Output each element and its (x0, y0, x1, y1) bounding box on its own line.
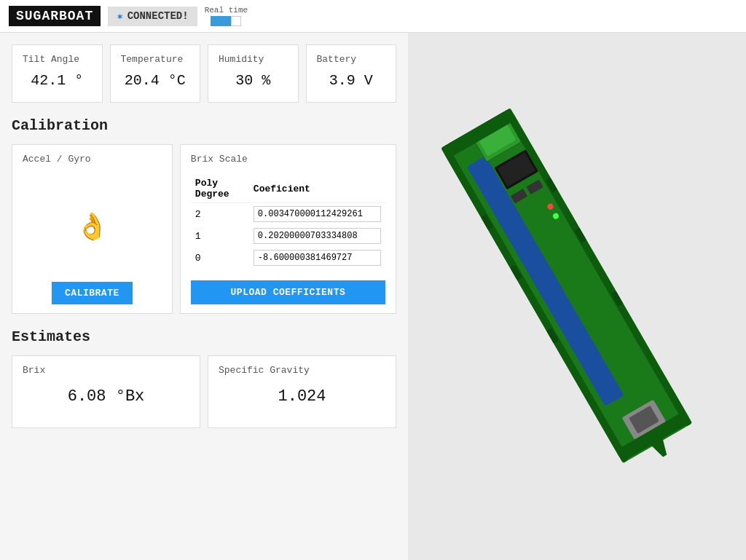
table-row: 2 (191, 203, 385, 226)
coeficient-cell (249, 203, 385, 226)
connection-badge: ∗ CONNECTED! (108, 7, 197, 26)
table-row: 0 (191, 247, 385, 269)
poly-degree-cell: 0 (191, 247, 249, 269)
humidity-card: Humidity 30 % (208, 44, 299, 103)
right-panel (408, 33, 746, 560)
temperature-card: Temperature 20.4 °C (110, 44, 201, 103)
humidity-value: 30 % (219, 72, 288, 89)
sg-estimate-value: 1.024 (219, 387, 385, 406)
realtime-inactive (231, 16, 241, 26)
connection-label: CONNECTED! (127, 10, 189, 22)
poly-degree-cell: 2 (191, 203, 249, 226)
logo: SUGARBOAT (9, 6, 101, 26)
sg-estimate-card: Specific Gravity 1.024 (208, 355, 396, 428)
calibration-title: Calibration (12, 117, 396, 134)
calibrate-button[interactable]: CALIBRATE (52, 282, 133, 304)
battery-value: 3.9 V (317, 72, 386, 89)
tilt-value: 42.1 ° (23, 72, 92, 89)
upload-coefficients-button[interactable]: UPLOAD COEFFICIENTS (191, 280, 385, 304)
poly-degree-cell: 1 (191, 225, 249, 247)
device-3d-view (408, 80, 746, 513)
realtime-bar (211, 16, 241, 26)
left-panel: Tilt Angle 42.1 ° Temperature 20.4 °C Hu… (0, 33, 408, 560)
realtime-indicator: Real time (205, 6, 248, 26)
table-row: 1 (191, 225, 385, 247)
coeficient-input[interactable] (254, 206, 381, 222)
estimates-title: Estimates (12, 328, 396, 345)
coefficients-table: Poly Degree Coeficient 210 (191, 175, 385, 269)
brix-estimate-card: Brix 6.08 °Bx (12, 355, 200, 428)
coeficient-input[interactable] (254, 250, 381, 266)
accel-status-emoji: 👌 (23, 179, 162, 275)
temperature-value: 20.4 °C (121, 72, 190, 89)
tilt-card: Tilt Angle 42.1 ° (12, 44, 103, 103)
col-coeficient: Coeficient (249, 175, 385, 203)
brix-scale-title: Brix Scale (191, 154, 385, 165)
temperature-label: Temperature (121, 54, 190, 65)
battery-label: Battery (317, 54, 386, 65)
estimates-row: Brix 6.08 °Bx Specific Gravity 1.024 (12, 355, 396, 428)
col-poly-degree: Poly Degree (191, 175, 249, 203)
main-content: Tilt Angle 42.1 ° Temperature 20.4 °C Hu… (0, 33, 746, 560)
brix-estimate-value: 6.08 °Bx (23, 387, 189, 406)
sg-estimate-label: Specific Gravity (219, 365, 385, 376)
accel-gyro-title: Accel / Gyro (23, 154, 91, 165)
sensor-row: Tilt Angle 42.1 ° Temperature 20.4 °C Hu… (12, 44, 396, 103)
realtime-label: Real time (205, 6, 248, 15)
coeficient-cell (249, 225, 385, 247)
tilt-label: Tilt Angle (23, 54, 92, 65)
brix-estimate-label: Brix (23, 365, 189, 376)
accel-gyro-card: Accel / Gyro 👌 CALIBRATE (12, 144, 173, 314)
calibration-row: Accel / Gyro 👌 CALIBRATE Brix Scale Poly… (12, 144, 396, 314)
brix-scale-card: Brix Scale Poly Degree Coeficient 210 UP… (180, 144, 396, 314)
coeficient-cell (249, 247, 385, 269)
coeficient-input[interactable] (254, 228, 381, 244)
humidity-label: Humidity (219, 54, 288, 65)
bluetooth-icon: ∗ (117, 10, 122, 23)
battery-card: Battery 3.9 V (306, 44, 397, 103)
realtime-active (211, 16, 231, 26)
header: SUGARBOAT ∗ CONNECTED! Real time (0, 0, 746, 33)
